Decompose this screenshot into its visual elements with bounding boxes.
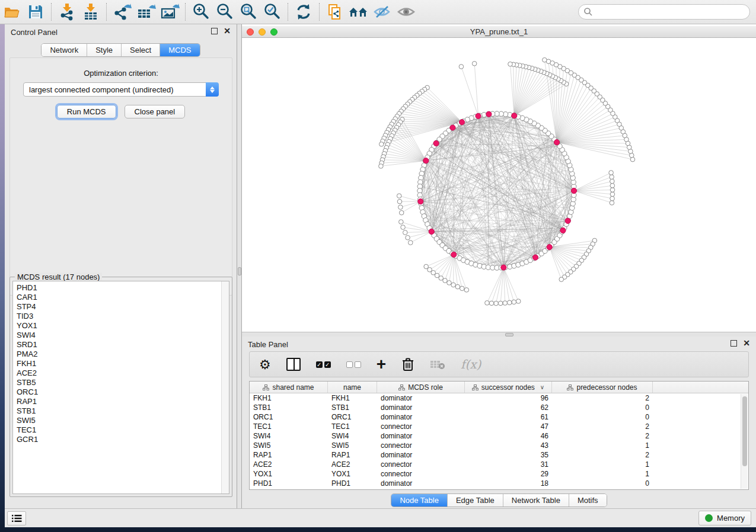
graph-leaf-node[interactable] — [610, 192, 615, 197]
table-row[interactable]: YOX1YOX1connector291 — [250, 469, 748, 479]
graph-mcds-hub-node[interactable] — [423, 158, 429, 164]
mcds-result-item[interactable]: GCR1 — [17, 435, 229, 444]
close-panel-icon[interactable]: ✕ — [224, 28, 231, 34]
graph-mcds-hub-node[interactable] — [476, 113, 481, 118]
graph-mcds-hub-node[interactable] — [451, 252, 457, 257]
close-panel-icon[interactable]: ✕ — [743, 340, 750, 347]
graph-leaf-node[interactable] — [397, 194, 401, 198]
graph-mcds-hub-node[interactable] — [532, 255, 538, 260]
memory-button[interactable]: Memory — [698, 511, 751, 525]
graph-mcds-hub-node[interactable] — [418, 198, 423, 204]
graph-leaf-node[interactable] — [610, 183, 615, 188]
divider-grip[interactable] — [238, 267, 241, 275]
graph-leaf-node[interactable] — [455, 284, 460, 289]
node-table[interactable]: shared namenameMCDS rolesuccessor nodes∨… — [249, 381, 749, 490]
tab-mcds[interactable]: MCDS — [160, 44, 199, 56]
graph-leaf-node[interactable] — [408, 241, 413, 245]
graph-mcds-hub-node[interactable] — [433, 140, 439, 146]
graph-leaf-node[interactable] — [464, 288, 469, 293]
mcds-result-item[interactable]: TID3 — [17, 312, 229, 321]
tab-network[interactable]: Network — [42, 44, 87, 56]
horizontal-split-divider[interactable] — [242, 332, 756, 336]
scrollbar-thumb[interactable] — [742, 396, 747, 466]
graph-leaf-node[interactable] — [494, 301, 499, 306]
network-graph[interactable] — [242, 38, 756, 332]
graph-leaf-node[interactable] — [610, 201, 614, 206]
table-row[interactable]: FKH1FKH1dominator962 — [250, 393, 748, 403]
deselect-all-button[interactable] — [346, 361, 361, 368]
clone-network-button[interactable] — [323, 2, 347, 22]
first-neighbors-button[interactable] — [347, 2, 371, 22]
graph-mcds-hub-node[interactable] — [547, 244, 552, 249]
zoom-in-button[interactable] — [189, 2, 213, 22]
mcds-result-item[interactable]: FKH1 — [17, 359, 229, 368]
graph-leaf-node[interactable] — [460, 286, 464, 291]
mcds-result-item[interactable]: SWI5 — [17, 416, 229, 425]
tab-network-table[interactable]: Network Table — [503, 494, 569, 507]
column-header-name[interactable]: name — [328, 382, 377, 393]
graph-leaf-node[interactable] — [472, 62, 477, 66]
table-row[interactable]: ORC1ORC1dominator610 — [250, 412, 748, 422]
graph-mcds-hub-node[interactable] — [459, 120, 464, 125]
import-table-button[interactable] — [79, 2, 103, 22]
function-builder-button[interactable]: f(x) — [461, 357, 481, 371]
table-scrollbar[interactable] — [741, 394, 748, 489]
refresh-view-button[interactable] — [292, 2, 315, 22]
mcds-result-item[interactable]: ORC1 — [17, 387, 229, 397]
graph-leaf-node[interactable] — [447, 281, 452, 286]
table-row[interactable]: TEC1TEC1connector472 — [250, 422, 748, 431]
graph-leaf-node[interactable] — [485, 300, 490, 305]
export-table-button[interactable] — [134, 2, 158, 22]
hide-selected-button[interactable] — [371, 2, 394, 22]
graph-leaf-node[interactable] — [406, 235, 410, 240]
mcds-result-item[interactable]: TEC1 — [17, 425, 229, 435]
graph-leaf-node[interactable] — [609, 171, 614, 175]
graph-mcds-hub-node[interactable] — [554, 140, 559, 145]
search-box[interactable] — [578, 4, 750, 20]
graph-leaf-node[interactable] — [516, 299, 521, 304]
mcds-result-item[interactable]: SRD1 — [17, 340, 229, 350]
show-columns-button[interactable] — [286, 358, 301, 371]
close-panel-button[interactable]: Close panel — [125, 105, 186, 118]
graph-leaf-node[interactable] — [397, 199, 402, 204]
zoom-out-button[interactable] — [213, 2, 237, 22]
export-image-button[interactable] — [158, 2, 181, 22]
graph-leaf-node[interactable] — [451, 283, 456, 287]
export-network-button[interactable] — [110, 2, 134, 22]
column-header-predecessor-nodes[interactable]: predecessor nodes — [552, 382, 653, 393]
mcds-result-item[interactable]: STB5 — [17, 378, 229, 387]
delete-table-button[interactable] — [430, 358, 445, 370]
select-all-button[interactable]: ✓✓ — [316, 361, 331, 368]
vertical-split-divider[interactable] — [237, 24, 242, 508]
tab-node-table[interactable]: Node Table — [391, 494, 448, 507]
show-all-button[interactable] — [394, 2, 418, 22]
table-row[interactable]: STB1STB1dominator620 — [250, 403, 748, 412]
graph-leaf-node[interactable] — [610, 196, 615, 201]
open-file-button[interactable] — [0, 2, 24, 22]
mcds-result-item[interactable]: STB1 — [17, 406, 229, 416]
graph-mcds-hub-node[interactable] — [512, 113, 517, 118]
tab-style[interactable]: Style — [87, 44, 122, 56]
graph-leaf-node[interactable] — [503, 301, 508, 306]
graph-leaf-node[interactable] — [401, 225, 406, 230]
table-settings-button[interactable]: ⚙ — [259, 357, 271, 372]
tab-motifs[interactable]: Motifs — [569, 494, 607, 507]
graph-leaf-node[interactable] — [559, 277, 564, 282]
import-network-button[interactable] — [55, 2, 79, 22]
graph-leaf-node[interactable] — [403, 230, 408, 235]
delete-column-button[interactable] — [401, 357, 414, 371]
mcds-result-item[interactable]: PMA2 — [17, 350, 229, 359]
table-row[interactable]: ACE2ACE2connector311 — [250, 460, 748, 469]
graph-leaf-node[interactable] — [498, 301, 503, 306]
graph-leaf-node[interactable] — [543, 57, 547, 62]
table-row[interactable]: SWI5SWI5connector431 — [250, 441, 748, 450]
column-header-MCDS-role[interactable]: MCDS role — [377, 382, 465, 393]
mcds-result-item[interactable]: SWI4 — [17, 331, 229, 340]
graph-leaf-node[interactable] — [439, 276, 444, 281]
mcds-result-item[interactable]: PHD1 — [17, 283, 229, 293]
graph-leaf-node[interactable] — [379, 142, 384, 147]
graph-leaf-node[interactable] — [610, 179, 615, 184]
panel-menu-button[interactable] — [7, 511, 26, 525]
float-panel-icon[interactable] — [731, 340, 737, 347]
add-column-button[interactable]: + — [377, 358, 386, 370]
